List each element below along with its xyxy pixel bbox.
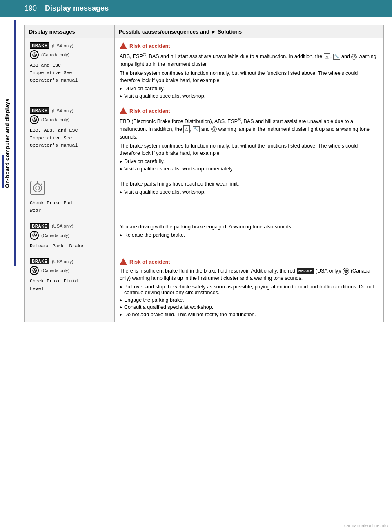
canada-icon-5: Ⓐ <box>30 266 39 275</box>
brake-badge-2: BRAKE <box>30 107 49 114</box>
display-code-4: Release Park. Brake <box>30 242 109 250</box>
warning-triangle-icon <box>120 42 127 49</box>
risk-heading-5: Risk of accident <box>120 258 379 265</box>
risk-label-2: Risk of accident <box>129 108 170 114</box>
warn-icon-2a: △ <box>183 125 190 133</box>
col-header-display: Display messages <box>25 25 115 38</box>
display-cell-4: BRAKE (USA only) Ⓐ (Canada only) Release… <box>25 219 115 254</box>
brake-badge-4: BRAKE <box>30 223 49 229</box>
watermark: carmanualsonline.info <box>344 523 388 528</box>
causes-cell-5: Risk of accident There is insufficient b… <box>115 254 384 322</box>
svg-line-4 <box>41 183 42 185</box>
brake-badge-5: BRAKE <box>30 258 49 264</box>
risk-heading-2: Risk of accident <box>120 107 379 114</box>
chapter-side-tab: On-board computer and displays <box>0 20 16 266</box>
inline-brake-badge: BRAKE <box>297 268 314 274</box>
display-row-canada-5: Ⓐ (Canada only) <box>30 266 109 275</box>
warn-icon: △ <box>324 53 330 61</box>
causes-cell-3: The brake pads/linings have reached thei… <box>115 176 384 219</box>
risk-heading-1: Risk of accident <box>120 42 379 49</box>
warning-triangle-icon-5 <box>120 258 127 265</box>
causes-cell-2: Risk of accident EBD (Electronic Brake f… <box>115 103 384 176</box>
display-row-usa: BRAKE (USA only) <box>30 42 109 49</box>
inline-canada-icon: Ⓐ <box>343 268 349 275</box>
bullet-5b: Engage the parking brake. <box>120 297 379 303</box>
risk-label-5: Risk of accident <box>129 259 170 265</box>
brake-pad-icon-container <box>30 180 109 197</box>
display-row-canada-4: Ⓐ (Canada only) <box>30 231 109 240</box>
cause-text-5a: There is insufficient brake fluid in the… <box>120 267 379 282</box>
bullet-5c: Consult a qualified specialist workshop. <box>120 304 379 310</box>
brake-pad-svg-icon <box>30 180 45 196</box>
display-cell-2: BRAKE (USA only) Ⓐ (Canada only) EBD, AB… <box>25 103 115 176</box>
blue-accent-bar <box>2 155 4 188</box>
page-header: 190 Display messages <box>0 0 392 17</box>
cause-text-2b: The brake system continues to function n… <box>120 142 379 157</box>
display-code-1: ABS and ESCInoperative SeeOperator's Man… <box>30 62 109 84</box>
brake-badge: BRAKE <box>30 42 49 49</box>
display-cell-5: BRAKE (USA only) Ⓐ (Canada only) Check B… <box>25 254 115 322</box>
page-title: Display messages <box>45 4 109 13</box>
svg-point-2 <box>36 186 40 190</box>
display-row-usa-4: BRAKE (USA only) <box>30 223 109 229</box>
cause-text-2a: EBD (Electronic Brake force Distribution… <box>120 116 379 140</box>
display-code-3: Check Brake PadWear <box>30 199 109 215</box>
cause-text-4a: You are driving with the parking brake e… <box>120 223 379 230</box>
page-number: 190 <box>24 4 37 13</box>
cause-text-3a: The brake pads/linings have reached thei… <box>120 180 379 188</box>
chapter-label: On-board computer and displays <box>4 98 10 188</box>
table-row: BRAKE (USA only) Ⓐ (Canada only) EBD, AB… <box>25 103 384 176</box>
canada-icon-2: Ⓐ <box>30 115 39 124</box>
table-row: Check Brake PadWear The brake pads/linin… <box>25 176 384 219</box>
svg-point-1 <box>33 184 42 192</box>
canada-icon: Ⓐ <box>30 50 39 59</box>
bullet-4a: Release the parking brake. <box>120 232 379 238</box>
esp-icon-2: 🔧 <box>193 126 200 132</box>
display-cell-3: Check Brake PadWear <box>25 176 115 219</box>
circle-icon-2: Ⓡ <box>211 126 217 132</box>
messages-table: Display messages Possible causes/consequ… <box>24 25 384 322</box>
esp-icon: 🔧 <box>333 54 340 60</box>
cause-text-1a: ABS, ESP®, BAS and hill start assist are… <box>120 51 379 68</box>
col-header-causes: Possible causes/consequences and ► Solut… <box>115 25 384 38</box>
display-row-canada: Ⓐ (Canada only) <box>30 50 109 59</box>
display-code-5: Check Brake FluidLevel <box>30 277 109 293</box>
display-row-canada-2: Ⓐ (Canada only) <box>30 115 109 124</box>
display-code-2: EBD, ABS, and ESCInoperative SeeOperator… <box>30 127 109 149</box>
bullet-1b: Visit a qualified specialist workshop. <box>120 93 379 99</box>
circle-icon: Ⓡ <box>351 54 357 60</box>
cause-text-1b: The brake system continues to function n… <box>120 69 379 84</box>
bullet-3a: Visit a qualified specialist workshop. <box>120 189 379 195</box>
risk-label-1: Risk of accident <box>129 43 170 49</box>
causes-cell-4: You are driving with the parking brake e… <box>115 219 384 254</box>
main-content: Display messages Possible causes/consequ… <box>20 17 392 330</box>
warning-triangle-icon-2 <box>120 107 127 114</box>
display-cell-1: BRAKE (USA only) Ⓐ (Canada only) ABS and… <box>25 38 115 103</box>
bullet-5d: Do not add brake fluid. This will not re… <box>120 312 379 317</box>
table-row: BRAKE (USA only) Ⓐ (Canada only) Release… <box>25 219 384 254</box>
bullet-5a: Pull over and stop the vehicle safely as… <box>120 284 379 295</box>
table-row: BRAKE (USA only) Ⓐ (Canada only) ABS and… <box>25 38 384 103</box>
display-row-usa-2: BRAKE (USA only) <box>30 107 109 114</box>
table-row: BRAKE (USA only) Ⓐ (Canada only) Check B… <box>25 254 384 322</box>
page-container: 190 Display messages On-board computer a… <box>0 0 392 532</box>
display-row-usa-5: BRAKE (USA only) <box>30 258 109 264</box>
bullet-1a: Drive on carefully. <box>120 86 379 92</box>
bullet-2a: Drive on carefully. <box>120 159 379 164</box>
bullet-2b: Visit a qualified specialist workshop im… <box>120 166 379 172</box>
causes-cell-1: Risk of accident ABS, ESP®, BAS and hill… <box>115 38 384 103</box>
canada-icon-4: Ⓐ <box>30 231 39 240</box>
